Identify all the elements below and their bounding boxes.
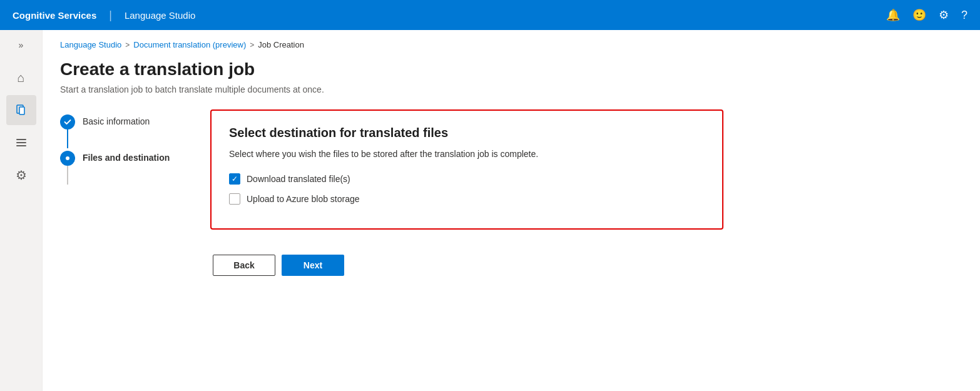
download-option-row: ✓ Download translated file(s) [229,173,705,185]
topbar-divider: | [109,9,112,22]
main-content: Language Studio > Document translation (… [43,30,980,391]
bottom-buttons: Back Next [210,255,960,276]
svg-rect-2 [16,139,26,140]
help-icon[interactable]: ? [961,9,967,22]
content-area: Basic information Files and destination [60,109,960,276]
breadcrumb-language-studio[interactable]: Language Studio [60,40,121,49]
step1-connector [60,114,75,148]
svg-rect-1 [19,107,24,114]
card-description: Select where you wish the files to be st… [229,148,705,161]
topbar: Cognitive Services | Language Studio 🔔 🙂… [0,0,980,30]
notification-icon[interactable]: 🔔 [886,8,900,22]
step1-label: Basic information [83,114,150,126]
svg-rect-4 [16,145,26,146]
back-button[interactable]: Back [213,255,275,276]
step2-connector [60,151,75,185]
page-subtitle: Start a translation job to batch transla… [60,84,960,94]
page-title: Create a translation job [60,59,960,79]
next-button[interactable]: Next [282,255,344,276]
step1-circle [60,114,75,129]
step1-line [67,129,68,148]
destination-card: Select destination for translated files … [210,109,723,230]
upload-checkbox[interactable] [229,193,240,205]
sidebar-collapse-button[interactable]: » [14,35,29,55]
breadcrumb: Language Studio > Document translation (… [60,40,960,49]
step-basic-info: Basic information [60,114,185,148]
step2-circle [60,151,75,166]
brand-label: Cognitive Services [13,10,96,21]
breadcrumb-sep-2: > [250,41,254,49]
download-checkmark: ✓ [232,175,238,183]
feedback-icon[interactable]: 🙂 [912,8,926,22]
breadcrumb-job-creation: Job Creation [258,40,304,49]
download-label: Download translated file(s) [247,174,350,184]
sidebar-item-settings[interactable]: ⚙ [6,160,36,190]
steps-column: Basic information Files and destination [60,109,185,276]
card-title: Select destination for translated files [229,126,705,140]
download-checkbox[interactable]: ✓ [229,173,240,185]
breadcrumb-sep-1: > [125,41,130,49]
step-files-destination: Files and destination [60,151,185,185]
topbar-icons: 🔔 🙂 ⚙ ? [886,8,967,22]
sidebar-item-home[interactable]: ⌂ [6,63,36,93]
sidebar-item-list[interactable] [6,128,36,158]
sidebar-item-documents[interactable] [6,95,36,125]
card-area: Select destination for translated files … [210,109,960,276]
step2-line [67,166,68,185]
sidebar: » ⌂ ⚙ [0,30,43,391]
svg-point-5 [66,156,69,160]
upload-option-row: Upload to Azure blob storage [229,193,705,205]
settings-icon[interactable]: ⚙ [939,8,949,22]
upload-label: Upload to Azure blob storage [247,194,360,204]
breadcrumb-document-translation[interactable]: Document translation (preview) [133,40,246,49]
layout: » ⌂ ⚙ Language Studio > Document transla… [0,30,980,391]
svg-rect-3 [16,142,26,143]
studio-label: Language Studio [125,10,195,21]
step2-label: Files and destination [83,151,170,163]
